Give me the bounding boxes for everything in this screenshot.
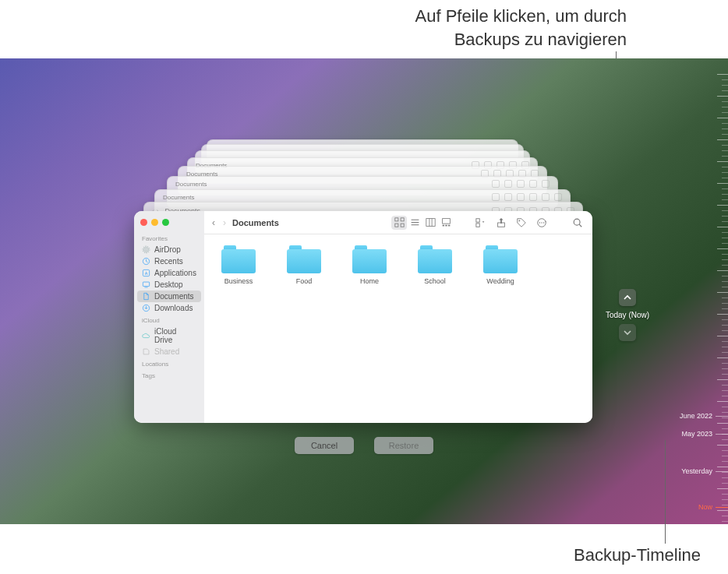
apps-icon: A	[142, 269, 150, 277]
timeline-tick	[722, 374, 728, 375]
list-view-button[interactable]	[407, 216, 422, 230]
timeline-tick	[722, 439, 728, 440]
timeline-tick	[717, 118, 728, 118]
timeline-tick	[722, 390, 728, 391]
timeline-tick	[717, 314, 728, 315]
timeline-tick	[717, 270, 728, 271]
sidebar-item-shared[interactable]: Shared	[134, 346, 204, 357]
timeline-tick	[722, 199, 728, 200]
timeline-tick	[722, 188, 728, 189]
timeline-tick	[717, 96, 728, 97]
action-button[interactable]	[535, 216, 549, 230]
newer-backup-button[interactable]	[619, 324, 636, 341]
timeline-tick	[722, 319, 728, 320]
timeline-label[interactable]: Yesterday	[681, 467, 712, 475]
sidebar-item-documents[interactable]: Documents	[137, 291, 201, 302]
timeline-tick	[717, 205, 728, 206]
svg-rect-24	[476, 223, 479, 226]
svg-point-1	[143, 247, 148, 252]
svg-rect-16	[426, 219, 434, 227]
sidebar-head-favorites: Favorites	[134, 232, 204, 244]
sidebar-item-recents[interactable]: Recents	[134, 255, 204, 267]
timeline-tick	[717, 336, 728, 336]
timeline-tick	[722, 178, 728, 178]
svg-rect-9	[394, 218, 398, 221]
folder-label: Food	[296, 277, 313, 285]
timeline-tick	[722, 428, 728, 429]
svg-point-28	[539, 222, 540, 223]
folder-icon	[221, 245, 256, 273]
timeline-tick	[722, 145, 728, 146]
restore-button[interactable]: Restore	[374, 437, 433, 454]
timeline-tick	[722, 308, 728, 309]
folder-wedding[interactable]: Wedding	[477, 245, 524, 285]
search-button[interactable]	[571, 216, 585, 230]
folder-home[interactable]: Home	[346, 245, 393, 285]
sidebar-item-icloud-drive[interactable]: iCloud Drive	[134, 326, 204, 346]
tag-button[interactable]	[514, 216, 528, 230]
icon-view-button[interactable]	[391, 216, 407, 230]
backup-timeline[interactable]: June 2022May 2023YesterdayNow	[672, 58, 728, 524]
sidebar-head-icloud: iCloud	[134, 314, 204, 326]
cancel-button[interactable]: Cancel	[295, 437, 354, 454]
sidebar-item-applications[interactable]: AApplications	[134, 267, 204, 279]
view-switcher	[391, 216, 454, 230]
sidebar-item-label: iCloud Drive	[154, 327, 196, 344]
svg-rect-20	[442, 225, 444, 227]
back-button[interactable]: ‹	[212, 217, 215, 228]
sidebar-head-tags: Tags	[134, 369, 204, 381]
timeline-label[interactable]: June 2022	[680, 412, 712, 420]
timeline-tick	[722, 281, 728, 282]
sidebar-item-airdrop[interactable]: AirDrop	[134, 244, 204, 255]
sidebar-item-downloads[interactable]: Downloads	[134, 302, 204, 314]
timeline-tick	[722, 134, 728, 135]
timeline-tick	[722, 499, 728, 500]
timeline-tick	[722, 494, 728, 495]
timeline-tick	[722, 396, 728, 396]
older-backup-button[interactable]	[619, 289, 636, 306]
timeline-tick	[722, 352, 728, 353]
forward-button[interactable]: ›	[223, 217, 226, 228]
sidebar-item-label: Downloads	[154, 304, 193, 312]
timeline-tick	[722, 407, 728, 407]
close-button[interactable]	[140, 219, 147, 226]
timeline-tick	[722, 259, 728, 260]
timeline-label[interactable]: Now	[698, 503, 712, 511]
svg-rect-23	[476, 218, 479, 221]
icloud-icon	[142, 332, 150, 340]
column-view-button[interactable]	[422, 216, 438, 230]
sidebar-item-label: Desktop	[154, 280, 183, 289]
folder-business[interactable]: Business	[215, 245, 262, 285]
timeline-tick	[722, 150, 728, 151]
svg-point-29	[541, 222, 542, 223]
timeline-tick	[722, 85, 728, 86]
folder-label: School	[424, 277, 446, 285]
callout-timeline: Backup-Timeline	[574, 545, 701, 565]
timeline-label[interactable]: May 2023	[681, 430, 712, 438]
timeline-tick	[717, 227, 728, 227]
folder-food[interactable]: Food	[281, 245, 327, 285]
timeline-tick	[722, 90, 728, 91]
minimize-button[interactable]	[151, 219, 158, 226]
gallery-view-button[interactable]	[438, 216, 454, 230]
timeline-tick	[722, 461, 728, 462]
sidebar-item-label: AirDrop	[154, 245, 181, 254]
timeline-tick	[722, 287, 728, 287]
time-machine-desktop: Documents Documents Documents Documents …	[0, 58, 728, 524]
timeline-tick	[717, 488, 728, 489]
folder-icon	[352, 245, 387, 273]
timeline-tick	[722, 129, 728, 129]
timeline-tick	[717, 510, 728, 511]
svg-point-31	[574, 219, 580, 225]
timeline-tick	[722, 368, 728, 369]
folder-school[interactable]: School	[412, 245, 458, 285]
timeline-tick	[722, 412, 728, 413]
group-by-button[interactable]	[474, 216, 488, 230]
sidebar-item-desktop[interactable]: Desktop	[134, 279, 204, 291]
zoom-button[interactable]	[162, 219, 169, 226]
finder-content[interactable]: BusinessFoodHomeSchoolWedding	[204, 234, 592, 423]
current-backup-label: Today (Now)	[604, 311, 651, 319]
timeline-tick	[722, 221, 728, 222]
timeline-tick	[722, 385, 728, 386]
share-button[interactable]	[494, 216, 508, 230]
